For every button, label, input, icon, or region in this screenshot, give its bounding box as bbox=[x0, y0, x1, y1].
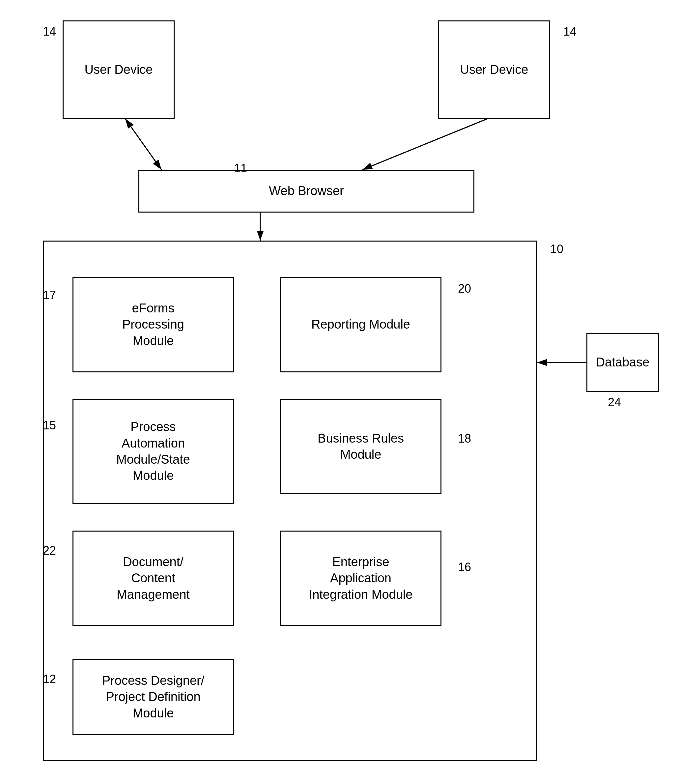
diagram-container: User Device User Device 14 14 Web Browse… bbox=[0, 0, 679, 784]
ref-24: 24 bbox=[608, 396, 621, 409]
user-device-left: User Device bbox=[63, 20, 175, 119]
business-rules-box: Business RulesModule bbox=[280, 399, 441, 494]
database-box: Database bbox=[587, 333, 659, 392]
ref-22: 22 bbox=[43, 544, 56, 558]
process-designer-label: Process Designer/Project DefinitionModul… bbox=[102, 673, 204, 721]
process-automation-label: ProcessAutomationModule/StateModule bbox=[116, 419, 190, 484]
eforms-label: eFormsProcessingModule bbox=[122, 300, 184, 349]
user-device-right-label: User Device bbox=[460, 62, 529, 78]
ref-11: 11 bbox=[234, 161, 247, 175]
enterprise-app-label: EnterpriseApplicationIntegration Module bbox=[309, 554, 413, 603]
enterprise-app-box: EnterpriseApplicationIntegration Module bbox=[280, 530, 441, 626]
ref-17: 17 bbox=[43, 288, 56, 302]
ref-20: 20 bbox=[458, 282, 471, 296]
arrow-browser-to-left-device bbox=[125, 119, 161, 170]
database-label: Database bbox=[596, 354, 650, 371]
arrow-browser-to-right-device bbox=[362, 119, 488, 170]
arrow-right-device-to-browser bbox=[362, 119, 488, 170]
ref-16: 16 bbox=[458, 560, 471, 574]
user-device-right: User Device bbox=[438, 20, 550, 119]
ref-14-right: 14 bbox=[563, 25, 577, 39]
arrow-left-device-to-browser bbox=[125, 119, 161, 170]
reporting-box: Reporting Module bbox=[280, 277, 441, 372]
ref-18: 18 bbox=[458, 432, 471, 446]
eforms-box: eFormsProcessingModule bbox=[72, 277, 234, 372]
web-browser-box: Web Browser bbox=[138, 170, 474, 213]
business-rules-label: Business RulesModule bbox=[318, 430, 404, 463]
reporting-label: Reporting Module bbox=[311, 316, 410, 333]
process-designer-box: Process Designer/Project DefinitionModul… bbox=[72, 659, 234, 735]
ref-10: 10 bbox=[550, 242, 563, 256]
ref-12: 12 bbox=[43, 672, 56, 686]
user-device-left-label: User Device bbox=[84, 62, 153, 78]
ref-14-left: 14 bbox=[43, 25, 56, 39]
web-browser-label: Web Browser bbox=[269, 183, 344, 199]
document-content-label: Document/ContentManagement bbox=[117, 554, 190, 603]
ref-15: 15 bbox=[43, 419, 56, 432]
document-content-box: Document/ContentManagement bbox=[72, 530, 234, 626]
process-automation-box: ProcessAutomationModule/StateModule bbox=[72, 399, 234, 504]
